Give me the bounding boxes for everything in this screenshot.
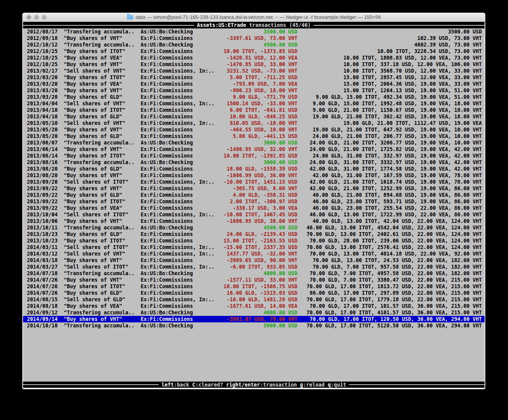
transaction-row[interactable]: 2014/07/26 "Buy shares of ITOT" Ex:Fi:Co… [23,283,485,290]
transaction-change: -1606.99 USD, 36.00 VHT [219,172,297,179]
transaction-row[interactable]: 2013/03/20 "Buy shares of ITOT" Ex:Fi:Co… [23,74,485,81]
transaction-date: 2012/10/25 [27,48,58,55]
transaction-row[interactable]: 2013/08/20 "Buy shares of GLD" Ex:Fi:Com… [23,166,485,172]
transaction-accounts: Ex:Fi:Commissions, In:.. [141,68,214,74]
transaction-row[interactable]: 2013/06/07 "Transfering accumula.. As:US… [23,139,485,146]
transaction-date: 2013/09/22 [27,205,58,211]
transaction-description: "Buy shares of VEA" [64,205,122,211]
transaction-row[interactable]: 2013/04/04 "Sell shares of VHT" Ex:Fi:Co… [23,100,485,107]
transaction-row[interactable]: 2013/05/20 "Buy shares of GLD" Ex:Fi:Com… [23,133,485,139]
transaction-description: "Sell shares of ITOT" [64,211,128,218]
transaction-date: 2013/06/07 [27,139,58,146]
transaction-accounts: Ex:Fi:Commissions [141,133,193,139]
transaction-description: "Buy shares of VHT" [64,316,122,322]
transaction-row[interactable]: 2013/05/20 "Buy shares of VHT" Ex:Fi:Com… [23,126,485,133]
transaction-row[interactable]: 2014/09/14 "Buy shares of VHT" Ex:Fi:Com… [23,316,485,322]
transaction-row[interactable]: 2013/10/04 "Sell shares of ITOT" Ex:Fi:C… [23,211,485,218]
transaction-row[interactable]: 2012/10/25 "Buy shares of ITOT" Ex:Fi:Co… [23,48,485,55]
transaction-row[interactable]: 2013/09/20 "Sell shares of ITOT" Ex:Fi:C… [23,179,485,185]
transaction-balance: 24.00 GLD, 21.00 ITOT, 1725.82 USD, 19.0… [299,146,482,153]
transaction-row[interactable]: 2013/10/23 "Buy shares of ITOT" Ex:Fi:Co… [23,237,485,244]
transaction-change: 5.00 ITOT, -711.25 USD [219,74,297,81]
transaction-row[interactable]: 2014/08/15 "Sell shares of GLD" Ex:Fi:Co… [23,296,485,303]
transaction-balance: 24.00 GLD, 31.00 ITOT, 332.97 USD, 19.00… [299,153,482,159]
transaction-accounts: Ex:Fi:Commissions [141,35,193,42]
transaction-row[interactable]: 2013/06/14 "Buy shares of VHT" Ex:Fi:Com… [23,146,485,153]
transaction-row[interactable]: 2013/04/10 "Buy shares of GLD" Ex:Fi:Com… [23,113,485,120]
transaction-description: "Buy shares of ITOT" [64,107,125,113]
transaction-date: 2013/03/20 [27,94,58,100]
zoom-button[interactable] [42,15,46,20]
transaction-row[interactable]: 2014/10/10 "Transfering accumula.. As:US… [23,322,485,329]
transaction-row[interactable]: 2014/07/26 "Buy shares of VHT" Ex:Fi:Com… [23,277,485,283]
transaction-row[interactable]: 2014/03/18 "Buy shares of VHT" Ex:Fi:Com… [23,257,485,264]
transaction-change: 3500.00 USD [219,28,297,35]
transaction-row[interactable]: 2013/02/17 "Sell shares of VHT" Ex:Fi:Co… [23,68,485,74]
transaction-row[interactable]: 2012/10/25 "Buy shares of VEA" Ex:Fi:Com… [23,55,485,61]
transaction-row[interactable]: 2012/08/17 "Transfering accumula.. As:US… [23,28,485,35]
transaction-description: "Buy shares of VHT" [64,277,122,283]
transaction-date: 2013/09/22 [27,198,58,205]
transaction-row[interactable]: 2013/03/20 "Buy shares of GLD" Ex:Fi:Com… [23,94,485,100]
transaction-row[interactable]: 2013/09/22 "Buy shares of VEA" Ex:Fi:Com… [23,205,485,211]
close-button[interactable] [27,15,31,20]
transaction-description: "Buy shares of VHT" [64,257,122,264]
transaction-date: 2013/08/20 [27,172,58,179]
transaction-accounts: Ex:Fi:Commissions [141,107,193,113]
transaction-date: 2013/03/20 [27,87,58,94]
transaction-description: "Sell shares of ITOT" [64,264,128,270]
transaction-change: 810.05 USD, -18.00 VHT [219,120,297,126]
transaction-balance: 70.00 GLD, 7.00 ITOT, 3380.47 USD, 22.00… [299,277,482,283]
transaction-row[interactable]: 2013/08/20 "Buy shares of VHT" Ex:Fi:Com… [23,172,485,179]
transaction-row[interactable]: 2014/03/12 "Sell shares of VHT" Ex:Fi:Co… [23,251,485,257]
header-rule-right [314,25,485,26]
transaction-balance: 42.00 GLD, 31.00 ITOT, 167.59 USD, 19.00… [299,172,482,179]
transaction-accounts: Ex:Fi:Commissions [141,166,193,172]
transaction-row[interactable]: 2012/10/25 "Buy shares of VHT" Ex:Fi:Com… [23,61,485,68]
transaction-change: 1437.77 USD, -32.00 VHT [219,251,297,257]
transaction-row[interactable]: 2013/10/11 "Transfering accumula.. As:US… [23,224,485,231]
transaction-row[interactable]: 2013/04/10 "Buy shares of ITOT" Ex:Fi:Co… [23,107,485,113]
transaction-row[interactable]: 2014/07/18 "Transfering accumula.. As:US… [23,270,485,277]
transaction-list: 2012/08/17 "Transfering accumula.. As:US… [23,28,485,329]
transaction-row[interactable]: 2013/03/20 "Buy shares of VEA" Ex:Fi:Com… [23,81,485,87]
transaction-change: -800.23 USD, 18.00 VHT [219,87,297,94]
footer-hint-desc: :reload [303,382,325,388]
transaction-row[interactable]: 2013/09/22 "Buy shares of GLD" Ex:Fi:Com… [23,192,485,198]
transaction-row[interactable]: 2014/08/18 "Buy shares of VEA" Ex:Fi:Com… [23,303,485,309]
transaction-row[interactable]: 2013/09/22 "Buy shares of ITOT" Ex:Fi:Co… [23,198,485,205]
transaction-row[interactable]: 2013/03/20 "Buy shares of VHT" Ex:Fi:Com… [23,87,485,94]
transaction-row[interactable]: 2012/09/18 "Buy shares of VHT" Ex:Fi:Com… [23,35,485,42]
transaction-balance: 15.00 ITOT, 2857.45 USD, 12.00 VEA, 33.0… [299,74,482,81]
transaction-date: 2013/04/10 [27,113,58,120]
transaction-row[interactable]: 2014/03/27 "Sell shares of ITOT" Ex:Fi:C… [23,264,485,270]
transaction-row[interactable]: 2013/10/06 "Buy shares of VHT" Ex:Fi:Com… [23,218,485,224]
transaction-accounts: Ex:Fi:Commissions [141,205,193,211]
transaction-description: "Sell shares of ITOT" [64,244,128,251]
transaction-row[interactable]: 2014/09/12 "Transfering accumula.. As:US… [23,309,485,316]
transaction-balance: 46.00 GLD, 13.00 ITOT, 42.04 USD, 22.00 … [299,218,482,224]
transaction-row[interactable]: 2014/07/26 "Buy shares of GLD" Ex:Fi:Com… [23,290,485,296]
transaction-description: "Buy shares of VHT" [64,146,122,153]
transaction-balance: 70.00 GLD, 13.00 ITOT, 2402.61 USD, 22.0… [299,231,482,237]
transaction-change: -10.00 ITOT, 1467.45 USD [219,211,297,218]
transaction-row[interactable]: 2013/08/16 "Transfering accumula.. As:US… [23,159,485,166]
transaction-row[interactable]: 2013/05/10 "Sell shares of VHT" Ex:Fi:Co… [23,120,485,126]
transaction-accounts: Ex:Fi:Commissions, In:.. [141,211,214,218]
transaction-date: 2013/10/23 [27,237,58,244]
transaction-balance: 9.00 GLD, 15.00 ITOT, 1992.48 USD, 19.00… [299,100,482,107]
transaction-change: 10.00 ITOT, -1373.85 USD [219,48,297,55]
transaction-balance: 70.00 GLD, 17.00 ITOT, 1779.18 USD, 22.0… [299,296,482,303]
transaction-row[interactable]: 2012/10/12 "Transfering accumula.. As:US… [23,42,485,48]
transaction-change: -1420.51 USD, 12.00 VEA [219,55,297,61]
window-titlebar[interactable]: data — simon@pool-71-165-239-133.lsanca.… [22,13,485,22]
transaction-row[interactable]: 2013/10/23 "Buy shares of GLD" Ex:Fi:Com… [23,231,485,237]
minimize-button[interactable] [34,15,39,20]
transaction-row[interactable]: 2013/09/22 "Buy shares of VHT" Ex:Fi:Com… [23,185,485,192]
transaction-row[interactable]: 2014/03/11 "Sell shares of ITOT" Ex:Fi:C… [23,244,485,251]
transaction-balance: 10.00 ITOT, 3228.54 USD, 73.00 VHT [299,48,482,55]
transaction-accounts: Ex:Fi:Commissions [141,61,193,68]
transaction-row[interactable]: 2013/06/14 "Buy shares of ITOT" Ex:Fi:Co… [23,153,485,159]
transaction-date: 2013/06/14 [27,153,58,159]
transaction-accounts: Ex:Fi:Commissions [141,48,193,55]
